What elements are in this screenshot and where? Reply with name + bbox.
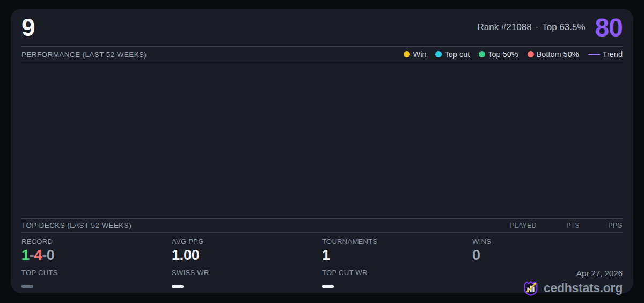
player-name: 9 [21,13,35,42]
top-percent-text: Top 63.5% [542,22,585,32]
stat-top-cut-wr-label: TOP CUT WR [322,269,472,277]
stat-tournaments-label: TOURNAMENTS [322,237,472,246]
rank-line: Rank #21088·Top 63.5% [477,22,585,33]
top-decks-column-headers: PLAYED PTS PPG [494,222,623,229]
brand-link[interactable]: cedhstats.org [544,281,623,295]
stat-record-value: 1-4-0 [21,247,172,264]
top-cut-wr-placeholder-dash [322,285,334,288]
legend-item-trend: Trend [588,50,623,59]
performance-header-bar: PERFORMANCE (LAST 52 WEEKS) Win Top cut … [21,46,623,62]
stat-swiss-wr: SWISS WR [172,269,322,297]
chart-legend: Win Top cut Top 50% Bottom 50% Trend [404,50,623,59]
top-decks-header-bar: TOP DECKS (LAST 52 WEEKS) PLAYED PTS PPG [21,218,623,233]
trend-line-icon [588,54,600,55]
stat-record-label: RECORD [21,237,172,246]
record-draws: 0 [47,247,55,263]
legend-item-top-cut: Top cut [435,50,470,59]
legend-label-bottom-50: Bottom 50% [537,50,579,59]
stat-swiss-wr-label: SWISS WR [172,269,322,277]
win-dot-icon [404,51,410,57]
stat-record: RECORD 1-4-0 [21,237,172,264]
card-footer: Apr 27, 2026 cedhstats.org [472,269,623,297]
performance-chart [21,62,623,218]
bottom-50-dot-icon [528,51,534,57]
rank-text: Rank #21088 [477,22,531,32]
stat-wins-value: 0 [472,247,623,264]
stats-grid: RECORD 1-4-0 AVG PPG 1.00 TOURNAMENTS 1 … [21,237,623,297]
stat-wins-label: WINS [472,237,623,246]
record-losses: 4 [34,247,42,263]
separator-dot: · [536,22,539,32]
stat-avg-ppg-value: 1.00 [172,247,322,264]
stat-wins: WINS 0 [472,237,623,264]
score-value: 80 [595,13,623,42]
stat-tournaments-value: 1 [322,247,472,264]
column-header-ppg: PPG [580,222,623,229]
stat-avg-ppg-label: AVG PPG [172,237,322,246]
brand-row: cedhstats.org [522,279,623,297]
stat-tournaments: TOURNAMENTS 1 [322,237,472,264]
legend-label-top-50: Top 50% [488,50,518,59]
footer-date: Apr 27, 2026 [576,269,623,278]
column-header-played: PLAYED [494,222,537,229]
rank-score-group: Rank #21088·Top 63.5% 80 [477,13,623,42]
player-stats-card: 9 Rank #21088·Top 63.5% 80 PERFORMANCE (… [11,9,633,293]
stat-top-cut-wr: TOP CUT WR [322,269,472,297]
legend-item-bottom-50: Bottom 50% [528,50,579,59]
legend-label-top-cut: Top cut [444,50,470,59]
legend-label-trend: Trend [603,50,623,59]
card-header: 9 Rank #21088·Top 63.5% 80 [21,9,623,46]
stat-top-cuts: TOP CUTS [21,269,172,297]
top-decks-section-title: TOP DECKS (LAST 52 WEEKS) [21,221,131,229]
swiss-wr-placeholder-dash [172,285,184,288]
legend-item-win: Win [404,50,426,59]
performance-section-title: PERFORMANCE (LAST 52 WEEKS) [21,50,147,59]
record-separator-2: - [42,247,47,263]
top-cuts-placeholder-dash [21,285,33,288]
legend-label-win: Win [413,50,426,59]
stat-top-cuts-label: TOP CUTS [21,269,172,277]
top-50-dot-icon [479,51,485,57]
legend-item-top-50: Top 50% [479,50,518,59]
record-wins: 1 [21,247,30,263]
cedhstats-logo-icon [522,279,539,297]
top-cut-dot-icon [435,51,442,57]
stat-avg-ppg: AVG PPG 1.00 [172,237,322,264]
column-header-pts: PTS [537,222,580,229]
